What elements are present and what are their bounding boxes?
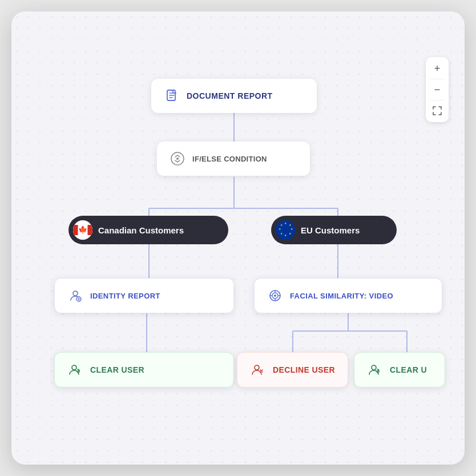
svg-point-22 [72,365,76,370]
svg-point-23 [255,365,259,370]
decline-user-label: DECLINE USER [273,365,335,374]
zoom-in-button[interactable]: + [428,59,446,78]
canadian-flag: 🍁 [73,220,92,240]
decline-user-icon [249,361,267,379]
zoom-controls: + − [426,57,449,122]
clear-user-node[interactable]: CLEAR USER [54,352,234,388]
svg-rect-6 [88,225,93,235]
eu-customers-label: EU Customers [301,225,360,235]
identity-report-icon [66,287,84,305]
condition-label: IF/ELSE CONDITION [192,155,267,163]
document-report-node[interactable]: DOCUMENT REPORT [151,79,317,113]
facial-similarity-node[interactable]: FACIAL SIMILARITY: VIDEO [254,278,442,313]
identity-report-node[interactable]: IDENTITY REPORT [54,278,234,313]
zoom-divider-2 [430,100,444,100]
clear-user-2-icon [366,361,384,379]
fit-button[interactable] [428,102,446,120]
svg-rect-5 [73,225,78,235]
clear-user-label: CLEAR USER [90,365,144,374]
svg-text:🍁: 🍁 [78,225,88,235]
clear-user-2-label: CLEAR U [390,365,427,374]
eu-flag: ★ ★ ★ ★ ★ ★ ★ ★ [276,220,295,240]
facial-similarity-label: FACIAL SIMILARITY: VIDEO [290,292,393,300]
zoom-divider [430,79,444,79]
canadian-customers-label: Canadian Customers [98,225,184,235]
clear-user-icon [66,361,84,379]
svg-point-21 [274,295,276,297]
workflow-canvas: + − [11,11,465,465]
condition-node[interactable]: IF/ELSE CONDITION [157,142,310,176]
zoom-out-button[interactable]: − [428,80,446,99]
svg-point-2 [176,158,179,160]
eu-customers-pill[interactable]: ★ ★ ★ ★ ★ ★ ★ ★ EU Customers [271,216,397,244]
document-report-label: DOCUMENT REPORT [187,91,273,100]
decline-user-node[interactable]: DECLINE USER [237,352,348,388]
svg-point-24 [372,365,376,370]
svg-point-17 [73,291,78,296]
clear-user-node-2[interactable]: CLEAR U [354,352,445,388]
identity-report-label: IDENTITY REPORT [90,292,160,300]
condition-icon [168,150,187,168]
document-report-icon [163,87,181,105]
facial-similarity-icon [266,287,284,305]
canadian-customers-pill[interactable]: 🍁 Canadian Customers [68,216,228,244]
